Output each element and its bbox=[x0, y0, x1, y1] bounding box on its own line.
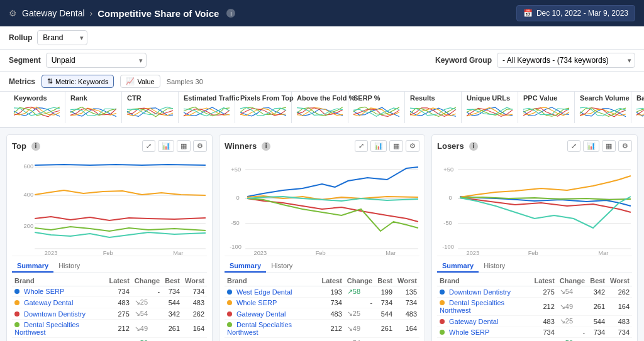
change-cell: - bbox=[345, 298, 375, 308]
metrics-label: Metrics bbox=[9, 77, 35, 86]
brand-cell: Gateway Dental bbox=[12, 297, 106, 308]
brand-name[interactable]: Gateway Dental bbox=[24, 299, 73, 306]
latest-cell: 193 bbox=[531, 338, 557, 342]
top-history-tab[interactable]: History bbox=[53, 260, 85, 273]
winners-table: Brand Latest Change Best Worst West Edge… bbox=[225, 276, 419, 341]
latest-cell: 734 bbox=[531, 327, 557, 338]
metric-col-results[interactable]: Results bbox=[405, 92, 462, 123]
winners-expand-btn[interactable]: ⤢ bbox=[355, 140, 368, 152]
metric-col-base-rank[interactable]: Base Rank bbox=[631, 92, 644, 123]
losers-expand-btn[interactable]: ⤢ bbox=[567, 140, 580, 152]
date-range[interactable]: 📅 Dec 10, 2022 - Mar 9, 2023 bbox=[516, 5, 635, 21]
metric-value-btn[interactable]: 📈 Value bbox=[120, 75, 160, 88]
brand-dot bbox=[14, 322, 19, 327]
metric-col-search-volume[interactable]: Search Volume bbox=[575, 92, 631, 123]
winners-summary-tab[interactable]: Summary bbox=[225, 260, 266, 273]
winners-chart-btn[interactable]: 📊 bbox=[370, 140, 387, 152]
chart-type-btn[interactable]: 📊 bbox=[158, 140, 174, 152]
winners-chart: +50 0 -50 -100 2023 Feb Mar bbox=[225, 156, 419, 256]
top-info-icon[interactable]: i bbox=[31, 142, 40, 151]
winners-info-icon[interactable]: i bbox=[262, 142, 270, 151]
change-cell: ↗58 bbox=[132, 338, 162, 342]
top-col-worst: Worst bbox=[182, 276, 207, 286]
worst-cell: 135 bbox=[608, 338, 632, 342]
change-cell: ↘25 bbox=[132, 297, 162, 308]
best-cell: 544 bbox=[162, 297, 182, 308]
winners-bar-btn[interactable]: ▦ bbox=[389, 140, 403, 152]
rollup-bar: Rollup Brand bbox=[0, 26, 644, 50]
worst-cell: 734 bbox=[395, 298, 419, 308]
best-cell: 544 bbox=[587, 316, 608, 327]
winners-chart-svg: +50 0 -50 -100 2023 Feb Mar bbox=[225, 156, 419, 256]
best-cell: 199 bbox=[375, 286, 395, 298]
rollup-select[interactable]: Brand bbox=[37, 30, 87, 45]
bar-chart-btn[interactable]: ▦ bbox=[177, 140, 191, 152]
brand-name[interactable]: Whole SERP bbox=[24, 288, 64, 295]
svg-text:-100: -100 bbox=[230, 244, 242, 250]
losers-panel-actions: ⤢ 📊 ▦ ⚙ bbox=[567, 140, 632, 152]
brand-name[interactable]: Gateway Dental bbox=[449, 318, 498, 325]
losers-chart-svg: +50 0 -50 -100 2023 Feb Mar bbox=[437, 156, 632, 256]
top-summary-tab[interactable]: Summary bbox=[12, 260, 53, 273]
metric-col-above-the-fold-%[interactable]: Above the Fold % bbox=[292, 92, 348, 123]
metric-col-unique-urls[interactable]: Unique URLs bbox=[462, 92, 518, 123]
losers-summary-tab[interactable]: Summary bbox=[437, 260, 479, 273]
brand-name[interactable]: Whole SERP bbox=[236, 299, 277, 306]
change-cell: ↘25 bbox=[345, 308, 375, 320]
top-col-change: Change bbox=[132, 276, 162, 286]
winners-panel-title: Winners i bbox=[225, 141, 270, 151]
best-cell: 261 bbox=[375, 320, 395, 338]
metric-col-rank[interactable]: Rank bbox=[65, 92, 122, 123]
brand-cell: West Edge Dental bbox=[12, 338, 106, 342]
calendar-icon: 📅 bbox=[523, 9, 533, 18]
top-summary-tabs: Summary History bbox=[12, 260, 207, 273]
change-cell: ↘54 bbox=[132, 308, 162, 320]
brand-name[interactable]: Dental Specialties Northwest bbox=[14, 321, 79, 336]
metric-col-estimated-traffic[interactable]: Estimated Traffic bbox=[179, 92, 235, 123]
metric-col-keywords[interactable]: Keywords bbox=[9, 92, 65, 123]
top-panel-title: Top i bbox=[12, 141, 40, 151]
change-cell: ↗58 bbox=[345, 286, 375, 298]
metric-col-pixels-from-top[interactable]: Pixels From Top bbox=[235, 92, 292, 123]
metric-col-ppc-value[interactable]: PPC Value bbox=[518, 92, 575, 123]
metric-keywords-btn[interactable]: ⇅ Metric: Keywords bbox=[42, 75, 114, 88]
segment-select-wrapper: Unpaid bbox=[46, 53, 147, 68]
metric-col-serp-%[interactable]: SERP % bbox=[348, 92, 405, 123]
metric-col-ctr[interactable]: CTR bbox=[122, 92, 179, 123]
brand-name[interactable]: Whole SERP bbox=[449, 328, 489, 336]
segment-select[interactable]: Unpaid bbox=[46, 53, 147, 68]
losers-history-tab[interactable]: History bbox=[479, 260, 510, 273]
losers-settings-btn[interactable]: ⚙ bbox=[618, 140, 632, 152]
losers-chart-btn[interactable]: 📊 bbox=[583, 140, 599, 152]
top-col-latest: Latest bbox=[106, 276, 131, 286]
brand-name[interactable]: Downtown Dentistry bbox=[24, 310, 86, 318]
brand-name[interactable]: Downtown Dentistry bbox=[449, 288, 511, 296]
losers-info-icon[interactable]: i bbox=[469, 142, 478, 151]
settings-btn[interactable]: ⚙ bbox=[193, 140, 207, 152]
winners-history-tab[interactable]: History bbox=[266, 260, 297, 273]
losers-bar-btn[interactable]: ▦ bbox=[602, 140, 616, 152]
brand-name[interactable]: West Edge Dental bbox=[236, 288, 292, 296]
gear-icon[interactable]: ⚙ bbox=[9, 8, 17, 18]
keyword-select[interactable]: - All Keywords - (734 keywords) bbox=[497, 53, 635, 68]
top-col-brand: Brand bbox=[12, 276, 106, 286]
info-icon[interactable]: i bbox=[226, 9, 235, 18]
losers-col-latest: Latest bbox=[531, 276, 557, 286]
brand-name[interactable]: Dental Specialties Northwest bbox=[440, 299, 504, 314]
brand-dot bbox=[227, 311, 232, 317]
brand-name[interactable]: Dental Specialties Northwest bbox=[227, 321, 292, 336]
svg-text:Feb: Feb bbox=[316, 250, 326, 256]
latest-cell: 193 bbox=[106, 338, 131, 342]
winners-settings-btn[interactable]: ⚙ bbox=[406, 140, 419, 152]
metrics-bar: Metrics ⇅ Metric: Keywords 📈 Value Sampl… bbox=[0, 72, 644, 92]
change-cell: ↘54 bbox=[557, 286, 587, 298]
latest-cell: 275 bbox=[106, 308, 131, 320]
brand-dot bbox=[440, 330, 445, 335]
best-cell: 199 bbox=[587, 338, 608, 342]
worst-cell: 164 bbox=[395, 320, 419, 338]
brand-cell: Whole SERP bbox=[12, 286, 106, 297]
winners-col-change: Change bbox=[345, 276, 375, 286]
expand-btn[interactable]: ⤢ bbox=[142, 140, 155, 152]
brand-cell: Gateway Dental bbox=[225, 308, 319, 320]
brand-name[interactable]: Gateway Dental bbox=[236, 310, 286, 318]
